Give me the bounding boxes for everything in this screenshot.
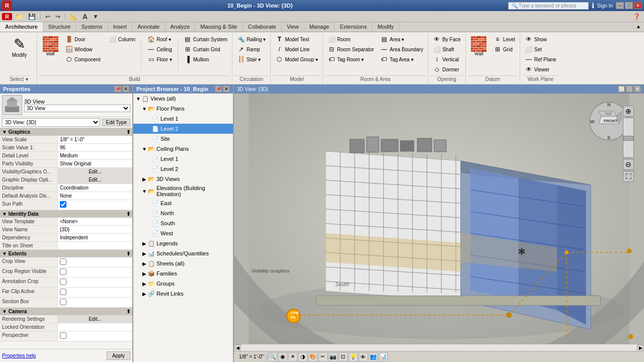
room-button[interactable]: ⬜Room <box>325 34 376 44</box>
curtain-grid-button[interactable]: ⊞Curtain Grid <box>181 44 230 54</box>
tree-item-revit-links[interactable]: ▶ 🔗 Revit Links <box>133 289 233 299</box>
prop-section-graphics[interactable]: ▼ Graphics ⬆ <box>0 128 132 136</box>
railing-button[interactable]: 🔩Railing ▾ <box>234 34 268 44</box>
tree-item-sheets[interactable]: ▶ 📋 Sheets (all) <box>133 258 233 268</box>
window-button[interactable]: 🪟Window <box>62 44 103 54</box>
grid-button[interactable]: ⊞Grid <box>491 44 518 54</box>
properties-help-link[interactable]: Properties help <box>2 353 105 358</box>
toggle-groups[interactable]: ▶ <box>141 281 147 287</box>
modify-button[interactable]: ✎ Modify <box>8 34 31 59</box>
scroll-right-button[interactable]: ▶ <box>637 344 644 351</box>
ceiling-button[interactable]: —Ceiling <box>144 44 175 54</box>
set-button[interactable]: ⬜Set <box>522 44 559 54</box>
viewport-restore-button[interactable]: ⬜ <box>618 85 625 93</box>
prop-type-dropdown[interactable]: 3D View <box>24 105 130 112</box>
tree-item-ceiling-level2[interactable]: 📄 Level 2 <box>133 164 233 174</box>
info-icon[interactable]: ℹ <box>592 2 594 10</box>
prop-section-expand-identity[interactable]: ⬆ <box>126 211 130 217</box>
scroll-left-button[interactable]: ◀ <box>234 344 241 351</box>
open-button[interactable]: 📁 <box>14 13 25 21</box>
edit-type-button[interactable]: Edit Type <box>102 119 130 126</box>
prop-section-camera[interactable]: ▼ Camera ⬆ <box>0 308 132 315</box>
measure-button[interactable]: 📐 <box>68 13 79 21</box>
area-boundary-button[interactable]: —Area Boundary <box>377 44 426 54</box>
apply-button[interactable]: Apply <box>107 351 130 360</box>
tag-room-button[interactable]: 🏷Tag Room ▾ <box>325 54 376 64</box>
toggle-sheets[interactable]: ▶ <box>141 260 147 266</box>
door-button[interactable]: 🚪Door <box>62 34 103 44</box>
area-button[interactable]: ▤Area ▾ <box>377 34 426 44</box>
properties-close-button[interactable]: ✕ <box>122 85 129 93</box>
visual-style-button[interactable]: ◉ <box>278 352 287 361</box>
roof-button[interactable]: 🏠Roof ▾ <box>144 34 175 44</box>
by-face-button[interactable]: 👁By Face <box>430 34 463 44</box>
tree-item-legends[interactable]: ▶ 📋 Legends <box>133 238 233 248</box>
prop-section-expand-camera[interactable]: ⬆ <box>126 309 130 314</box>
model-line-button[interactable]: /Model Line <box>273 44 320 54</box>
minimize-button[interactable]: — <box>616 2 624 9</box>
dormer-button[interactable]: ◇Dormer <box>430 64 463 74</box>
tree-item-level1[interactable]: 📄 Level 1 <box>133 114 233 124</box>
show-button[interactable]: 👁Show <box>522 34 559 44</box>
viewport-content[interactable]: 4 PM PM South Visibility Graphics ✱ <box>234 94 644 344</box>
prop-section-identity[interactable]: ▼ Identity Data ⬆ <box>0 210 132 218</box>
column-button[interactable]: ⬜Column <box>106 34 138 44</box>
shaft-button[interactable]: ⬜Shaft <box>430 44 463 54</box>
tab-insert[interactable]: Insert <box>108 22 133 32</box>
tree-item-west[interactable]: 📄 West <box>133 228 233 238</box>
prop-view-dropdown[interactable]: 3D View: {3D} <box>2 118 100 127</box>
shadows-button[interactable]: ◑ <box>298 352 307 361</box>
zoom-in-button[interactable]: ⊕ <box>623 106 634 117</box>
model-group-button[interactable]: ⬡Model Group ▾ <box>273 54 320 64</box>
tab-analyze[interactable]: Analyze <box>165 22 195 32</box>
tree-item-ceiling-plans[interactable]: ▼ 📂 Ceiling Plans <box>133 144 233 154</box>
tree-item-north[interactable]: 📄 North <box>133 208 233 218</box>
tree-item-south[interactable]: 📄 South <box>133 218 233 228</box>
hide-cut-planes[interactable]: ⊡ <box>339 352 348 361</box>
tab-architecture[interactable]: Architecture <box>0 22 43 32</box>
toggle-views-all[interactable]: ▼ <box>135 96 141 102</box>
model-text-button[interactable]: TModel Text <box>273 34 320 44</box>
tree-item-3dviews[interactable]: ▶ 📂 3D Views <box>133 174 233 184</box>
toggle-3dviews[interactable]: ▶ <box>141 176 147 182</box>
tag-area-button[interactable]: 🏷Tag Area ▾ <box>377 54 426 64</box>
tree-item-level2[interactable]: 📄 Level 2 <box>133 124 233 134</box>
ramp-button[interactable]: ↗Ramp <box>234 44 268 54</box>
sun-path-button[interactable]: ☀ <box>288 352 297 361</box>
temp-hide-isolate[interactable]: 💡 <box>349 352 358 361</box>
tree-item-families[interactable]: ▶ 📦 Families <box>133 268 233 279</box>
settings-dropdown[interactable]: ▼ <box>91 13 100 21</box>
worksharing-button[interactable]: 👥 <box>369 352 378 361</box>
camera-button[interactable]: 📷 <box>329 352 338 361</box>
redo-button[interactable]: ↪ <box>54 13 62 21</box>
properties-pin-button[interactable]: 📌 <box>114 85 121 93</box>
room-separator-button[interactable]: ⊟Room Separator <box>325 44 376 54</box>
tab-massing[interactable]: Massing & Site <box>195 22 243 32</box>
crop-button[interactable]: ✂ <box>318 352 328 361</box>
tree-item-site[interactable]: 📄 Site <box>133 134 233 144</box>
fit-view-button[interactable]: ⛶ <box>623 171 634 182</box>
tree-item-ceiling-level1[interactable]: 📄 Level 1 <box>133 154 233 164</box>
search-placeholder[interactable]: Type a keyword or phrase <box>519 3 577 9</box>
toggle-families[interactable]: ▶ <box>141 270 147 277</box>
sign-in-button[interactable]: Sign In <box>597 3 613 9</box>
tab-annotate[interactable]: Annotate <box>132 22 165 32</box>
wall-button[interactable]: 🧱 Wall <box>39 34 61 58</box>
tab-extensions[interactable]: Extensions <box>335 22 372 32</box>
toggle-revit-links[interactable]: ▶ <box>141 291 147 297</box>
analysis-display[interactable]: 📊 <box>379 352 388 361</box>
tab-collaborate[interactable]: Collaborate <box>243 22 282 32</box>
app-menu-button[interactable]: R <box>2 13 12 20</box>
select-dropdown[interactable]: ▼ <box>25 77 29 82</box>
tree-item-views-all[interactable]: ▼ 📋 Views (all) <box>133 94 233 104</box>
tree-item-elevations[interactable]: ▼ 📂 Elevations (Building Elevation) <box>133 184 233 198</box>
close-button[interactable]: ✕ <box>634 2 642 9</box>
curtain-system-button[interactable]: ▤Curtain System <box>181 34 230 44</box>
level-button[interactable]: ≡Level <box>491 34 518 44</box>
browser-pin-button[interactable]: 📌 <box>215 85 222 93</box>
tab-systems[interactable]: Systems <box>76 22 108 32</box>
datum-wall-button[interactable]: 🧱 Wall <box>468 34 490 58</box>
tab-modify[interactable]: Modify <box>372 22 399 32</box>
viewport-close-button[interactable]: ✕ <box>634 85 641 93</box>
tree-item-east[interactable]: 📄 East <box>133 198 233 208</box>
